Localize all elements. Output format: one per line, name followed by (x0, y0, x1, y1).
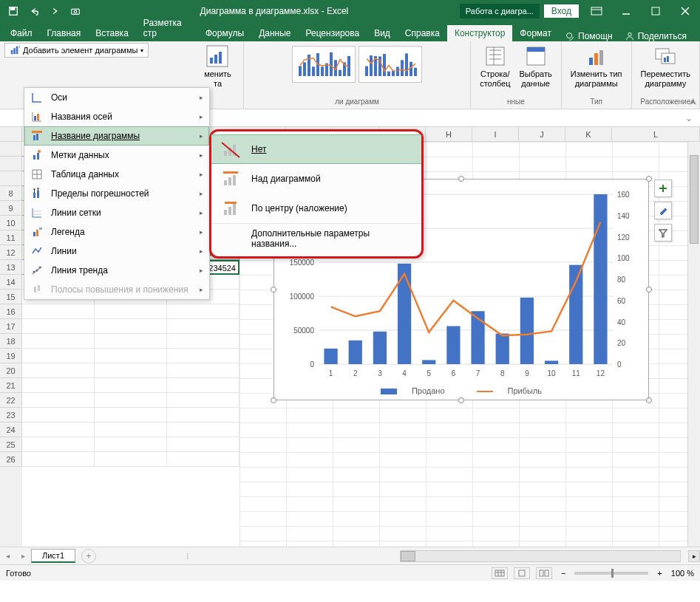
move-chart-button[interactable]: Переместить диаграмму (636, 43, 695, 90)
vertical-scrollbar[interactable] (687, 142, 700, 547)
col-header[interactable]: I (472, 127, 519, 142)
row-header[interactable]: 18 (0, 334, 22, 349)
zoom-in-icon[interactable]: + (654, 569, 665, 578)
col-header[interactable]: H (426, 127, 472, 142)
row-header[interactable]: 11 (0, 230, 22, 245)
tab-design[interactable]: Конструктор (447, 25, 512, 41)
switch-row-col-button[interactable]: Строка/ столбец (475, 43, 514, 90)
row-header[interactable]: 12 (0, 245, 22, 260)
menu-chart-title[interactable]: Название диаграммы▸ (24, 126, 209, 146)
row-header[interactable]: 16 (0, 304, 22, 319)
tab-home[interactable]: Главная (40, 25, 89, 41)
menu-error-bars[interactable]: Пределы погрешностей▸ (24, 184, 209, 203)
submenu-centered[interactable]: По центру (наложение) (211, 194, 421, 223)
menu-trendline[interactable]: Линия тренда▸ (24, 261, 209, 280)
svg-text:150000: 150000 (290, 259, 315, 267)
zoom-slider[interactable] (574, 572, 648, 575)
sheet-nav-next-icon[interactable]: ▸ (16, 552, 31, 560)
col-header[interactable]: K (565, 127, 612, 142)
camera-icon[interactable] (65, 1, 86, 21)
tab-formulas[interactable]: Формулы (198, 25, 251, 41)
sheet-tab-bar: ◂ ▸ Лист1 + ⁞ ▸ (0, 547, 700, 564)
row-header[interactable]: 17 (0, 319, 22, 334)
tell-me[interactable]: Помощн (565, 31, 613, 41)
sheet-nav-prev-icon[interactable]: ◂ (0, 552, 16, 560)
view-normal-icon[interactable] (492, 567, 508, 579)
minimize-icon[interactable] (611, 1, 641, 21)
maximize-icon[interactable] (641, 1, 670, 21)
menu-lines[interactable]: Линии▸ (24, 242, 209, 261)
row-header[interactable]: 26 (0, 452, 22, 467)
horizontal-scrollbar[interactable] (400, 550, 681, 562)
svg-rect-47 (594, 53, 598, 65)
row-header[interactable]: 13 (0, 260, 22, 275)
row-header[interactable]: 23 (0, 408, 22, 423)
chart-plus-icon[interactable] (654, 179, 672, 197)
row-header[interactable]: 9 (0, 201, 22, 216)
row-header[interactable]: 24 (0, 423, 22, 437)
tab-layout[interactable]: Разметка стр (136, 15, 198, 41)
quick-layout-button[interactable]: менить та (200, 43, 236, 90)
select-data-button[interactable]: Выбрать данные (514, 43, 556, 90)
row-header[interactable]: 20 (0, 363, 22, 378)
add-sheet-icon[interactable]: + (81, 549, 96, 564)
style-thumb[interactable] (292, 46, 356, 83)
chart-brush-icon[interactable] (654, 202, 672, 219)
menu-data-table[interactable]: Таблица данных▸ (24, 165, 209, 184)
svg-rect-18 (219, 52, 222, 64)
svg-rect-109 (422, 360, 435, 364)
chart-filter-icon[interactable] (654, 224, 672, 242)
svg-rect-54 (37, 114, 39, 120)
formula-bar-expand-icon[interactable]: ⌄ (685, 113, 700, 123)
col-header[interactable]: J (519, 127, 565, 142)
save-icon[interactable] (3, 1, 24, 21)
chart-styles-gallery[interactable] (289, 43, 425, 86)
submenu-above[interactable]: Над диаграммой (211, 164, 421, 194)
svg-rect-108 (398, 264, 411, 364)
row-header[interactable]: 19 (0, 349, 22, 363)
tab-view[interactable]: Вид (367, 25, 398, 41)
zoom-out-icon[interactable]: − (558, 569, 568, 578)
view-page-icon[interactable] (514, 567, 530, 579)
chart-legend[interactable]: Продано Прибыль (274, 386, 648, 395)
row-header[interactable]: 21 (0, 378, 22, 393)
row-header[interactable]: 25 (0, 437, 22, 452)
menu-gridlines[interactable]: Линии сетки▸ (24, 203, 209, 222)
svg-rect-134 (545, 570, 548, 576)
redo-icon[interactable] (44, 1, 65, 21)
row-header[interactable]: 14 (0, 275, 22, 290)
svg-text:12: 12 (597, 369, 605, 377)
tab-file[interactable]: Файл (3, 25, 40, 41)
sheet-tab[interactable]: Лист1 (31, 549, 75, 563)
ribbon-options-icon[interactable] (582, 1, 611, 21)
tab-format[interactable]: Формат (512, 25, 559, 41)
view-break-icon[interactable] (536, 567, 552, 579)
tab-help[interactable]: Справка (398, 25, 447, 41)
submenu-none[interactable]: Нет (211, 134, 421, 164)
menu-legend[interactable]: Легенда▸ (24, 222, 209, 242)
tab-insert[interactable]: Вставка (88, 25, 136, 41)
submenu-more-options[interactable]: Дополнительные параметры названия... (211, 223, 421, 253)
row-header[interactable]: 15 (0, 290, 22, 304)
menu-data-labels[interactable]: Метки данных▸ (24, 146, 209, 165)
share-button[interactable]: Поделиться (625, 31, 687, 41)
row-header[interactable]: 10 (0, 216, 22, 230)
collapse-ribbon-icon[interactable]: ⮝ (690, 98, 697, 106)
menu-axes[interactable]: Оси▸ (24, 88, 209, 107)
add-chart-element-button[interactable]: + Добавить элемент диаграммы▾ (4, 43, 149, 58)
svg-rect-26 (330, 52, 333, 76)
style-thumb[interactable] (359, 46, 422, 83)
undo-icon[interactable] (24, 1, 44, 21)
zoom-level[interactable]: 100 % (671, 569, 694, 578)
menu-axis-titles[interactable]: Названия осей▸ (24, 107, 209, 126)
hscroll-right-icon[interactable]: ▸ (688, 550, 700, 562)
row-headers[interactable]: 891011121314151617181920212223242526 (0, 142, 22, 547)
signin-button[interactable]: Вход (544, 4, 579, 18)
row-header[interactable]: 22 (0, 393, 22, 408)
close-icon[interactable] (670, 1, 700, 21)
change-chart-type-button[interactable]: Изменить тип диаграммы (566, 43, 627, 90)
row-header[interactable]: 8 (0, 186, 22, 201)
col-header[interactable]: L (612, 127, 700, 142)
tab-data[interactable]: Данные (251, 25, 298, 41)
tab-review[interactable]: Рецензирова (298, 25, 367, 41)
